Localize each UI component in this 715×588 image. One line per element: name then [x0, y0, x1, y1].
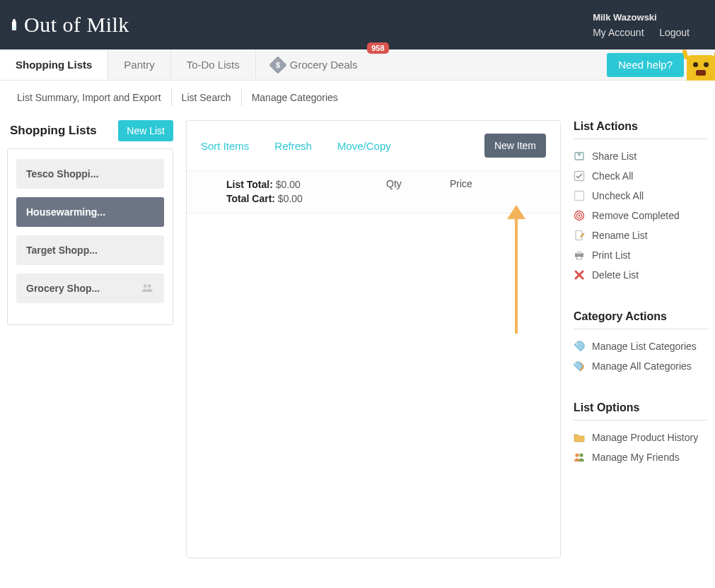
- new-list-button[interactable]: New List: [118, 120, 173, 141]
- action-label: Manage My Friends: [592, 452, 680, 463]
- list-total-value: $0.00: [276, 179, 301, 190]
- deals-icon: [269, 56, 286, 74]
- svg-point-1: [144, 284, 147, 288]
- list-toolbar: Sort Items Refresh Move/Copy New Item: [187, 121, 560, 170]
- remove-completed-action[interactable]: Remove Completed: [574, 206, 708, 225]
- delete-list-action[interactable]: Delete List: [574, 265, 708, 285]
- print-list-action[interactable]: Print List: [574, 245, 708, 265]
- tags-multi-icon: [574, 360, 585, 372]
- brand-text: Out of Milk: [24, 13, 129, 37]
- section-title: Category Actions: [574, 310, 708, 329]
- list-header-row: List Total: $0.00 Total Cart: $0.00 Qty …: [187, 170, 560, 213]
- share-list-action[interactable]: Share List: [574, 146, 708, 166]
- action-label: Manage All Categories: [592, 360, 692, 372]
- action-label: Share List: [592, 151, 636, 162]
- checkbox-checked-icon: [574, 170, 585, 182]
- nav-tab-label: Pantry: [124, 59, 154, 71]
- action-label: Delete List: [592, 269, 639, 281]
- svg-point-2: [148, 284, 151, 288]
- folder-icon: [574, 432, 585, 443]
- list-total-label: List Total:: [226, 179, 273, 190]
- sub-nav: List Summary, Import and Export List Sea…: [0, 81, 715, 113]
- top-header: Out of Milk Milk Wazowski My Account Log…: [0, 0, 715, 49]
- subnav-summary[interactable]: List Summary, Import and Export: [7, 89, 172, 106]
- rename-list-action[interactable]: Rename List: [574, 225, 708, 245]
- svg-rect-11: [577, 251, 582, 254]
- nav-tab-pantry[interactable]: Pantry: [108, 49, 170, 80]
- need-help-button[interactable]: Need help?: [607, 53, 684, 77]
- shared-icon: [141, 283, 154, 294]
- category-actions-section: Category Actions Manage List Categories …: [574, 310, 708, 376]
- tags-icon: [574, 341, 585, 352]
- document-edit-icon: [574, 230, 585, 241]
- checkbox-empty-icon: [574, 190, 585, 201]
- delete-x-icon: [574, 269, 585, 281]
- nav-tab-label: Shopping Lists: [16, 59, 92, 71]
- move-copy-link[interactable]: Move/Copy: [337, 140, 391, 152]
- account-area: Milk Wazowski My Account Logout: [593, 12, 702, 38]
- section-title: List Options: [574, 401, 708, 421]
- total-cart-label: Total Cart:: [226, 193, 275, 204]
- list-options-section: List Options Manage Product History Mana…: [574, 401, 708, 467]
- list-item-label: Grocery Shop...: [26, 283, 100, 294]
- my-account-link[interactable]: My Account: [593, 27, 644, 38]
- svg-point-8: [579, 215, 581, 217]
- lists-container: Tesco Shoppi... Housewarming... Target S…: [7, 148, 173, 325]
- check-all-action[interactable]: Check All: [574, 166, 708, 186]
- milk-bottle-icon: [8, 19, 20, 30]
- svg-point-15: [575, 453, 579, 457]
- nav-tab-shopping-lists[interactable]: Shopping Lists: [0, 49, 108, 80]
- main-nav: Shopping Lists Pantry To-Do Lists Grocer…: [0, 49, 715, 81]
- manage-all-categories-action[interactable]: Manage All Categories: [574, 356, 708, 376]
- nav-tab-label: Grocery Deals: [290, 59, 358, 71]
- action-label: Remove Completed: [592, 210, 680, 221]
- list-item[interactable]: Tesco Shoppi...: [16, 159, 164, 189]
- svg-point-16: [579, 453, 583, 457]
- section-title: List Actions: [574, 120, 708, 139]
- manage-friends-action[interactable]: Manage My Friends: [574, 447, 708, 467]
- nav-tab-label: To-Do Lists: [187, 59, 240, 71]
- uncheck-all-action[interactable]: Uncheck All: [574, 186, 708, 206]
- list-item[interactable]: Target Shopp...: [16, 235, 164, 265]
- share-icon: [574, 151, 585, 162]
- left-sidebar: Shopping Lists New List Tesco Shoppi... …: [7, 120, 173, 325]
- username: Milk Wazowski: [593, 12, 702, 23]
- brand-logo[interactable]: Out of Milk: [8, 13, 129, 37]
- list-item[interactable]: Housewarming...: [16, 197, 164, 227]
- subnav-manage-categories[interactable]: Manage Categories: [242, 89, 348, 106]
- action-label: Rename List: [592, 230, 648, 241]
- manage-list-categories-action[interactable]: Manage List Categories: [574, 336, 708, 356]
- subnav-search[interactable]: List Search: [172, 89, 242, 106]
- printer-icon: [574, 249, 585, 261]
- refresh-link[interactable]: Refresh: [274, 140, 312, 152]
- list-actions-section: List Actions Share List Check All Unchec…: [574, 120, 708, 285]
- mascot-icon: [687, 55, 715, 81]
- people-icon: [574, 452, 585, 463]
- svg-point-13: [576, 343, 578, 345]
- list-item-label: Tesco Shoppi...: [26, 168, 98, 180]
- nav-tab-grocery-deals[interactable]: Grocery Deals 958: [256, 49, 379, 80]
- list-panel: Sort Items Refresh Move/Copy New Item Li…: [186, 120, 561, 558]
- svg-rect-12: [577, 257, 582, 259]
- lists-title: Shopping Lists: [10, 124, 97, 138]
- qty-header: Qty: [386, 178, 450, 206]
- action-label: Manage List Categories: [592, 341, 697, 352]
- sort-items-link[interactable]: Sort Items: [201, 140, 249, 152]
- nav-tab-todo[interactable]: To-Do Lists: [171, 49, 256, 80]
- deals-badge: 958: [367, 42, 388, 54]
- right-sidebar: List Actions Share List Check All Unchec…: [574, 120, 708, 493]
- list-item[interactable]: Grocery Shop...: [16, 274, 164, 303]
- price-header: Price: [450, 178, 506, 206]
- list-item-label: Target Shopp...: [26, 245, 98, 256]
- total-cart-value: $0.00: [278, 193, 303, 204]
- list-item-label: Housewarming...: [26, 206, 105, 218]
- action-label: Manage Product History: [592, 432, 698, 443]
- new-item-button[interactable]: New Item: [484, 134, 546, 158]
- action-label: Uncheck All: [592, 190, 644, 201]
- logout-link[interactable]: Logout: [659, 27, 690, 38]
- svg-point-14: [575, 363, 576, 365]
- manage-product-history-action[interactable]: Manage Product History: [574, 428, 708, 447]
- svg-rect-0: [13, 27, 16, 29]
- action-label: Check All: [592, 170, 633, 182]
- svg-rect-5: [575, 192, 584, 201]
